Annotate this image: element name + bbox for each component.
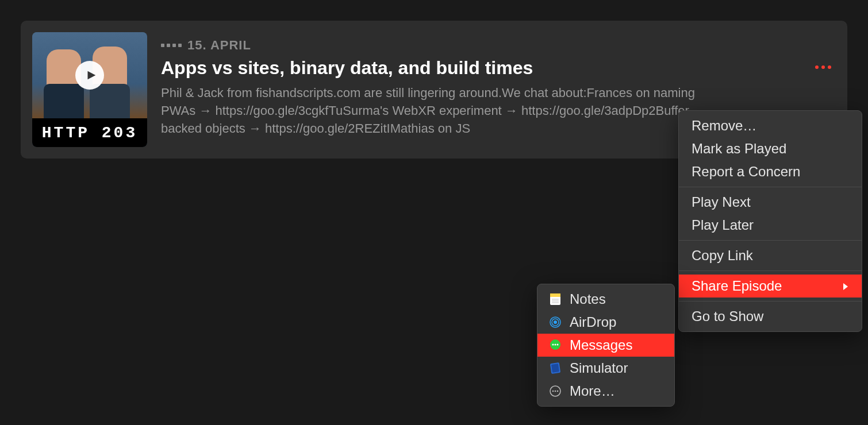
share-item-label: More… — [570, 383, 615, 399]
share-submenu: NotesAirDropMessagesSimulatorMore… — [537, 284, 675, 407]
share-item-airdrop[interactable]: AirDrop — [537, 311, 674, 334]
episode-description: Phil & Jack from fishandscripts.com are … — [161, 84, 707, 137]
svg-point-9 — [552, 344, 554, 346]
thumbnail-image — [32, 32, 147, 118]
menu-item-label: Go to Show — [692, 308, 763, 324]
share-item-label: AirDrop — [570, 314, 616, 330]
context-menu: Remove…Mark as PlayedReport a ConcernPla… — [678, 110, 862, 332]
svg-point-17 — [557, 391, 559, 392]
more-icon — [548, 384, 563, 399]
play-icon[interactable] — [75, 61, 104, 90]
menu-item-play-next[interactable]: Play Next — [679, 191, 862, 214]
menu-item-label: Copy Link — [692, 248, 753, 264]
airdrop-icon — [548, 315, 563, 330]
menu-item-label: Play Later — [692, 217, 754, 233]
menu-item-report-a-concern[interactable]: Report a Concern — [679, 160, 862, 183]
menu-separator — [679, 240, 862, 241]
menu-item-label: Mark as Played — [692, 141, 786, 157]
share-item-label: Simulator — [570, 360, 628, 376]
menu-item-share-episode[interactable]: Share Episode — [679, 275, 862, 298]
more-options-button[interactable] — [811, 61, 836, 74]
share-item-messages[interactable]: Messages — [537, 334, 674, 357]
messages-icon — [548, 338, 563, 353]
thumbnail-label: HTTP 203 — [32, 118, 147, 147]
menu-item-go-to-show[interactable]: Go to Show — [679, 305, 862, 328]
share-item-more[interactable]: More… — [537, 380, 674, 403]
share-item-notes[interactable]: Notes — [537, 288, 674, 311]
share-item-label: Messages — [570, 337, 632, 353]
episode-meta: 15. APRIL — [161, 38, 836, 53]
menu-separator — [679, 301, 862, 302]
menu-item-remove[interactable]: Remove… — [679, 114, 862, 137]
episode-date: 15. APRIL — [187, 38, 251, 53]
svg-point-15 — [552, 391, 554, 392]
simulator-icon — [548, 361, 563, 376]
menu-item-label: Remove… — [692, 118, 756, 134]
svg-point-5 — [554, 320, 557, 324]
svg-point-16 — [555, 391, 556, 392]
episode-thumbnail[interactable]: HTTP 203 — [32, 32, 147, 147]
episode-title[interactable]: Apps vs sites, binary data, and build ti… — [161, 57, 836, 79]
menu-item-label: Report a Concern — [692, 164, 800, 180]
menu-item-play-later[interactable]: Play Later — [679, 214, 862, 237]
menu-separator — [679, 271, 862, 271]
svg-rect-13 — [551, 364, 559, 373]
chevron-right-icon — [842, 278, 849, 294]
notes-icon — [548, 292, 563, 307]
progress-dots-icon — [161, 44, 182, 47]
menu-item-copy-link[interactable]: Copy Link — [679, 244, 862, 267]
menu-item-label: Share Episode — [692, 278, 782, 294]
share-item-label: Notes — [570, 291, 606, 307]
svg-rect-1 — [550, 293, 560, 297]
menu-separator — [679, 187, 862, 187]
svg-point-10 — [555, 344, 556, 346]
svg-point-11 — [557, 344, 559, 346]
menu-item-label: Play Next — [692, 194, 751, 210]
share-item-simulator[interactable]: Simulator — [537, 357, 674, 380]
menu-item-mark-as-played[interactable]: Mark as Played — [679, 137, 862, 160]
